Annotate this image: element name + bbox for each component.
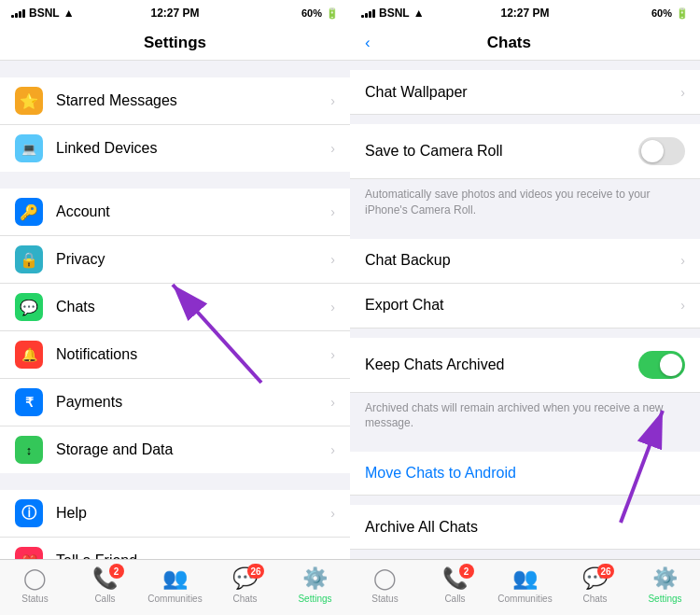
linked-icon: 💻 (15, 134, 43, 162)
settings-content: ⭐ Starred Messages › 💻 Linked Devices › … (0, 61, 350, 559)
chats-nav-bar: ‹ Chats (350, 26, 700, 61)
storage-label: Storage and Data (56, 441, 330, 458)
tab-chats-right[interactable]: 💬 26 Chats (560, 566, 630, 604)
chats-tab-label: Chats (232, 594, 257, 604)
carrier-right: BSNL (379, 7, 410, 20)
friend-row[interactable]: ❤️ Tell a Friend › (0, 538, 350, 559)
tab-settings-right[interactable]: ⚙️ Settings (630, 566, 700, 604)
communities-tab-label-r: Communities (497, 594, 552, 604)
tab-bar-right: ◯ Status 📞 2 Calls 👥 Communities 💬 (350, 559, 700, 615)
tab-status-right[interactable]: ◯ Status (350, 566, 420, 604)
battery-right: 60% (651, 7, 672, 19)
privacy-icon: 🔒 (15, 245, 43, 273)
tab-communities-left[interactable]: 👥 Communities (140, 566, 210, 604)
communities-tab-icon: 👥 (162, 566, 188, 591)
linked-label: Linked Devices (56, 140, 330, 157)
chat-backup-row[interactable]: Chat Backup › (350, 239, 700, 284)
section-gap-1 (0, 61, 350, 77)
status-bar-left: BSNL ▲ 12:27 PM 60% 🔋 (0, 0, 350, 26)
settings-tab-label-r: Settings (648, 594, 681, 604)
friend-icon: ❤️ (15, 547, 43, 559)
battery-icon-left: 🔋 (326, 7, 339, 20)
status-tab-label: Status (21, 594, 48, 604)
calls-badge-r: 2 (459, 564, 474, 579)
left-panel: BSNL ▲ 12:27 PM 60% 🔋 Settings ⭐ Starred… (0, 0, 350, 615)
linked-devices-row[interactable]: 💻 Linked Devices › (0, 125, 350, 172)
tab-settings-left[interactable]: ⚙️ Settings (280, 566, 350, 604)
camera-roll-group: Save to Camera Roll (350, 124, 700, 179)
privacy-label: Privacy (56, 251, 330, 268)
account-chevron: › (330, 204, 335, 219)
keep-archived-label: Keep Chats Archived (365, 356, 638, 373)
archive-all-row[interactable]: Archive All Chats (350, 505, 700, 550)
privacy-chevron: › (330, 252, 335, 267)
account-icon: 🔑 (15, 198, 43, 226)
status-tab-icon-r: ◯ (373, 566, 397, 591)
account-label: Account (56, 203, 330, 220)
move-android-group: Move Chats to Android (350, 452, 700, 496)
tab-calls-left[interactable]: 📞 2 Calls (70, 566, 140, 604)
wallpaper-chevron: › (680, 85, 685, 100)
tab-status-left[interactable]: ◯ Status (0, 566, 70, 604)
notifications-row[interactable]: 🔔 Notifications › (0, 331, 350, 379)
chats-row[interactable]: 💬 Chats › (0, 284, 350, 331)
help-label: Help (56, 505, 330, 522)
calls-tab-label: Calls (94, 594, 115, 604)
archive-all-group: Archive All Chats (350, 505, 700, 550)
wallpaper-row[interactable]: Chat Wallpaper › (350, 70, 700, 115)
time-left: 12:27 PM (150, 7, 199, 20)
payments-chevron: › (330, 395, 335, 410)
right-panel: BSNL ▲ 12:27 PM 60% 🔋 ‹ Chats Chat Wallp (350, 0, 700, 615)
tab-calls-right[interactable]: 📞 2 Calls (420, 566, 490, 604)
notifications-label: Notifications (56, 346, 330, 363)
settings-group-3: ⓘ Help › ❤️ Tell a Friend › (0, 490, 350, 559)
export-chevron: › (680, 298, 685, 313)
keep-archived-toggle[interactable] (638, 351, 685, 379)
chats-badge-r: 26 (597, 564, 613, 579)
gap-4 (350, 442, 700, 452)
payments-icon: ₹ (15, 388, 43, 416)
settings-group-2: 🔑 Account › 🔒 Privacy › 💬 Chats › 🔔 Noti… (0, 189, 350, 473)
tab-chats-left[interactable]: 💬 26 Chats (210, 566, 280, 604)
storage-row[interactable]: ↕ Storage and Data › (0, 426, 350, 473)
payments-label: Payments (56, 394, 330, 411)
help-row[interactable]: ⓘ Help › (0, 490, 350, 538)
wifi-icon: ▲ (63, 7, 75, 20)
export-chat-row[interactable]: Export Chat › (350, 284, 700, 328)
help-icon: ⓘ (15, 499, 43, 527)
chats-chevron: › (330, 300, 335, 314)
battery-icon-right: 🔋 (676, 7, 689, 20)
wallpaper-label: Chat Wallpaper (365, 84, 680, 101)
backup-chevron: › (680, 253, 685, 268)
backup-export-group: Chat Backup › Export Chat › (350, 239, 700, 328)
tab-communities-right[interactable]: 👥 Communities (490, 566, 560, 604)
calls-tab-label-r: Calls (444, 594, 465, 604)
keep-archived-description: Archived chats will remain archived when… (350, 393, 700, 443)
payments-row[interactable]: ₹ Payments › (0, 379, 350, 426)
gap-3 (350, 328, 700, 338)
privacy-row[interactable]: 🔒 Privacy › (0, 236, 350, 284)
account-row[interactable]: 🔑 Account › (0, 189, 350, 236)
move-android-row[interactable]: Move Chats to Android (350, 452, 700, 496)
chats-label: Chats (56, 299, 330, 315)
keep-archived-group: Keep Chats Archived (350, 338, 700, 393)
battery-left: 60% (301, 7, 322, 19)
camera-roll-label: Save to Camera Roll (365, 143, 638, 160)
export-chat-label: Export Chat (365, 297, 680, 314)
calls-badge: 2 (109, 564, 124, 579)
top-gap (350, 61, 700, 70)
notifications-icon: 🔔 (15, 341, 43, 369)
settings-nav-bar: Settings (0, 26, 350, 61)
status-tab-icon: ◯ (23, 566, 47, 591)
camera-roll-row[interactable]: Save to Camera Roll (350, 124, 700, 179)
starred-label: Starred Messages (56, 92, 330, 109)
notifications-chevron: › (330, 347, 335, 362)
starred-messages-row[interactable]: ⭐ Starred Messages › (0, 77, 350, 125)
status-tab-label-r: Status (371, 594, 398, 604)
wallpaper-group: Chat Wallpaper › (350, 70, 700, 115)
time-right: 12:27 PM (500, 7, 549, 20)
keep-archived-row[interactable]: Keep Chats Archived (350, 338, 700, 393)
camera-roll-toggle[interactable] (638, 137, 685, 165)
gap-2 (350, 230, 700, 239)
storage-chevron: › (330, 442, 335, 457)
